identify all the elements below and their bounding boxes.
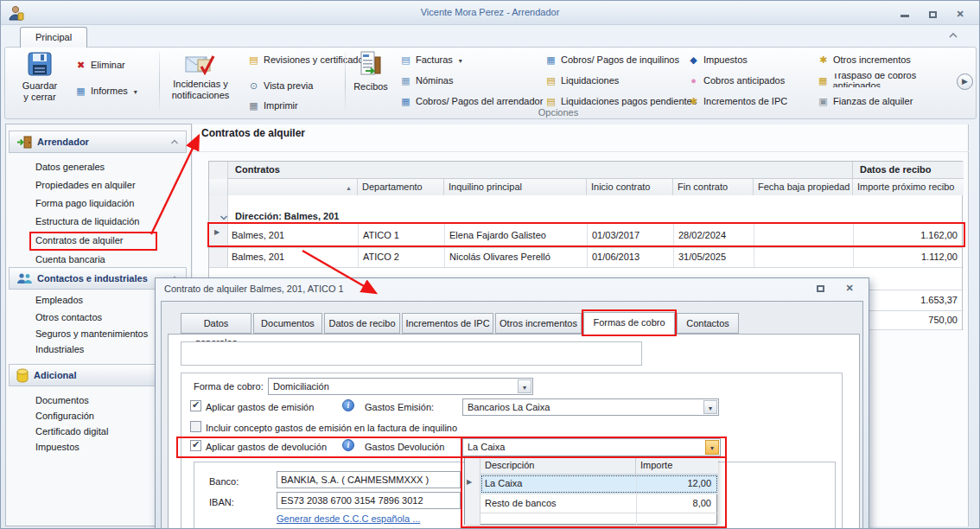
ribbon-scroll-right-icon[interactable]: ▶: [957, 73, 973, 90]
header-inicio-contrato[interactable]: Inicio contrato: [587, 179, 673, 195]
dialog-close-button[interactable]: ✕: [842, 283, 857, 295]
tab-principal[interactable]: Principal: [20, 27, 87, 48]
group-expand-chevron-icon[interactable]: [220, 214, 228, 221]
grid-header-importe[interactable]: Importe: [636, 457, 718, 475]
otros-incrementos-button[interactable]: Otros incrementos: [818, 53, 911, 67]
recibos-button[interactable]: Recibos: [348, 51, 393, 92]
gastos-devolucion-combo[interactable]: La Caixa: [462, 438, 721, 456]
keys-icon: [688, 96, 699, 106]
delete-icon: [75, 60, 86, 70]
ribbon-collapse-icon[interactable]: [948, 32, 958, 39]
cobros-pagos-arrendador-button[interactable]: Cobros/ Pagos del arrendador: [400, 94, 543, 108]
grid-indicator-gutter: [465, 457, 480, 525]
tab-otros-incrementos[interactable]: Otros incrementos: [495, 313, 582, 334]
sidebar-item-forma-pago[interactable]: Forma pago liquidación: [35, 198, 134, 208]
sidebar-item-cuenta-bancaria[interactable]: Cuenta bancaria: [35, 254, 105, 264]
title-divider: [193, 151, 969, 152]
cobros-pagos-inquilinos-button[interactable]: Cobros/ Pagos de inquilinos: [545, 53, 679, 67]
incidencias-button[interactable]: Incidencias y notificaciones: [163, 51, 238, 101]
tab-datos-recibo[interactable]: Datos de recibo: [324, 313, 400, 334]
group-row-label[interactable]: Dirección: Balmes, 201: [235, 211, 339, 221]
imprimir-button[interactable]: Imprimir: [248, 99, 298, 112]
application-window: Vicente Mora Perez - Arrendador ✕ Princi…: [0, 0, 980, 529]
traspaso-cobros-button[interactable]: Traspaso de cobros anticipados: [818, 73, 961, 87]
pending-settlements-icon: [545, 96, 557, 106]
tab-contactos[interactable]: Contactos: [677, 313, 739, 334]
guardar-cerrar-button[interactable]: Guardar y cerrar: [13, 51, 67, 103]
sidebar-item-impuestos[interactable]: Impuestos: [35, 442, 80, 452]
combo-dropdown-icon-highlighted[interactable]: [705, 440, 719, 455]
fianzas-button[interactable]: Fianzas de alquiler: [818, 94, 913, 108]
sidebar-item-industriales[interactable]: Industriales: [35, 344, 84, 354]
invoices-icon: [400, 54, 411, 65]
cell-inquilino: Elena Fajardo Galisteo: [449, 226, 546, 245]
sidebar-item-documentos[interactable]: Documentos: [35, 395, 89, 405]
report-icon: [75, 86, 86, 96]
facturas-button[interactable]: Facturas: [400, 53, 462, 67]
database-cylinder-icon: [16, 368, 29, 383]
eliminar-button[interactable]: Eliminar: [75, 58, 125, 72]
grid-header-descripcion[interactable]: Descripción: [480, 457, 636, 475]
band-datos-recibo[interactable]: Datos de recibo: [853, 162, 964, 179]
cell-importe: 1.112,00: [856, 247, 958, 267]
cell-fin: 28/02/2024: [678, 226, 726, 245]
cell-departamento: ATICO 1: [363, 226, 399, 245]
calculator-icon: [400, 96, 411, 106]
header-fin-contrato[interactable]: Fin contrato: [673, 179, 754, 195]
dropdown-caret-icon: [132, 86, 137, 96]
sidebar-item-empleados[interactable]: Empleados: [35, 295, 83, 305]
tab-datos-generales[interactable]: Datos generales: [181, 313, 251, 334]
incidents-mail-icon: [185, 51, 216, 77]
save-icon: [27, 51, 53, 77]
header-inquilino[interactable]: Inquilino principal: [444, 179, 587, 195]
landlord-door-icon: [16, 136, 32, 149]
grid-row[interactable]: Resto de bancos 8,00: [480, 494, 718, 513]
grid-row-indicator-icon: ▶: [467, 478, 472, 486]
nominas-button[interactable]: Nóminas: [400, 73, 453, 87]
transfer-icon: [818, 75, 828, 86]
taxes-icon: [688, 54, 699, 65]
gastos-devolucion-dropdown-grid: Descripción Importe La Caixa 12,00 ▶ Res…: [464, 456, 717, 525]
window-title: Vicente Mora Perez - Arrendador: [1, 7, 979, 17]
informes-button[interactable]: Informes: [75, 84, 137, 98]
sidebar-item-configuracion[interactable]: Configuración: [35, 411, 94, 421]
impuestos-button[interactable]: Impuestos: [688, 53, 748, 67]
preview-magnifier-icon: [248, 80, 259, 91]
collapse-chevron-icon: [170, 139, 179, 145]
tab-incrementos-ipc[interactable]: Incrementos de IPC: [402, 313, 493, 334]
band-contratos[interactable]: Contratos: [228, 162, 853, 179]
cobros-anticipados-button[interactable]: Cobros anticipados: [688, 73, 785, 87]
grid-row-selected[interactable]: La Caixa 12,00: [480, 475, 718, 494]
contract-dialog: Contrato de alquiler Balmes, 201, ATICO …: [155, 277, 869, 529]
tab-formas-de-cobro[interactable]: Formas de cobro: [583, 312, 675, 335]
payer-radio-group: [181, 341, 642, 366]
tab-documentos[interactable]: Documentos: [253, 313, 322, 334]
grid-cell-desc: Resto de bancos: [485, 498, 557, 508]
header-direccion[interactable]: ▲: [228, 179, 358, 195]
cell-direccion: Balmes, 201: [232, 247, 284, 267]
vista-previa-button[interactable]: Vista previa: [248, 79, 313, 92]
dialog-restore-button[interactable]: [812, 284, 828, 296]
minimize-button[interactable]: [894, 9, 915, 22]
incrementos-ipc-button[interactable]: Incrementos de IPC: [688, 94, 787, 108]
receipt-icon: [360, 51, 382, 79]
liquidaciones-pendientes-button[interactable]: Liquidaciones pagos pendientes: [545, 94, 697, 108]
sidebar-item-propiedades[interactable]: Propiedades en alquiler: [35, 180, 136, 190]
sidebar-item-contratos-alquiler[interactable]: Contratos de alquiler: [35, 235, 124, 245]
sidebar-section-arrendador[interactable]: Arrendador: [9, 131, 187, 153]
header-importe[interactable]: Importe próximo recibo: [853, 179, 964, 195]
grid-cell-importe: 8,00: [693, 498, 711, 508]
sidebar-item-certificado-digital[interactable]: Certificado digital: [35, 426, 108, 437]
header-fecha-baja[interactable]: Fecha baja propiedad: [754, 179, 853, 195]
contacts-people-icon: [16, 272, 32, 284]
close-button[interactable]: ✕: [950, 9, 970, 22]
sidebar-item-seguros[interactable]: Seguros y mantenimientos: [35, 328, 148, 339]
header-departamento[interactable]: Departamento: [358, 179, 444, 195]
sidebar-item-otros-contactos[interactable]: Otros contactos: [35, 312, 102, 322]
sidebar-item-datos-generales[interactable]: Datos generales: [35, 162, 105, 172]
header-indicator: [209, 179, 228, 195]
restore-button[interactable]: [922, 9, 943, 22]
liquidaciones-button[interactable]: Liquidaciones: [545, 73, 619, 87]
grid-cell-desc: La Caixa: [485, 478, 522, 488]
sidebar-item-estructura[interactable]: Estructura de liquidación: [35, 216, 139, 226]
